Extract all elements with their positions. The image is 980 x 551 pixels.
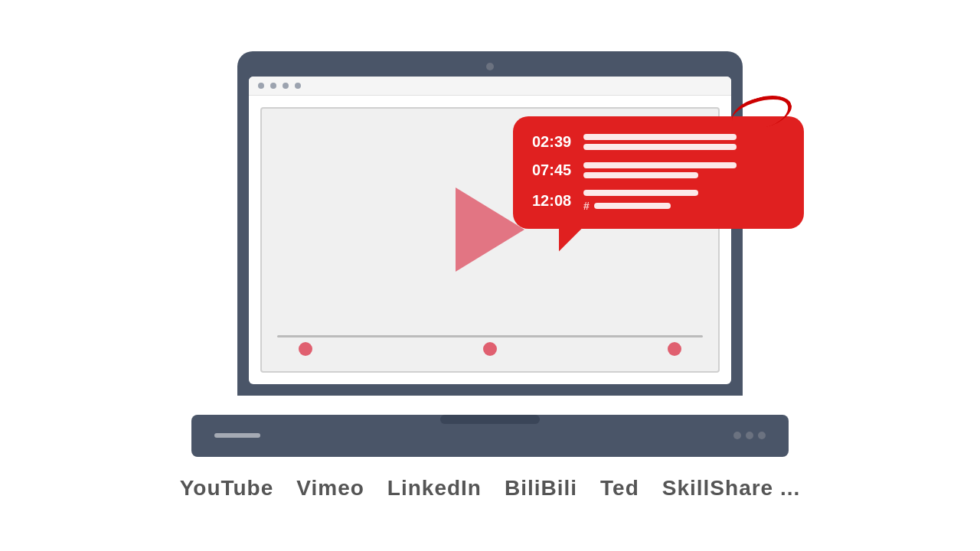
laptop-vent [214,433,260,438]
base-dots [733,432,766,439]
base-dot-2 [746,432,753,439]
laptop-illustration: 02:39 07:45 12:08 [191,51,789,457]
camera-dot [486,63,494,70]
bubble-time-2: 07:45 [532,161,574,179]
bubble-bar-3b [594,203,671,209]
progress-dot-1[interactable] [299,342,312,356]
progress-track [277,335,703,337]
bubble-row-2: 07:45 [532,161,785,179]
platform-vimeo[interactable]: Vimeo [296,476,364,500]
bubble-time-1: 02:39 [532,133,574,151]
browser-dot-1 [258,83,264,89]
speech-bubble: 02:39 07:45 12:08 [513,116,804,229]
browser-dot-3 [283,83,289,89]
bubble-bar-2b [583,172,698,178]
laptop-hinge [440,415,540,424]
base-dot-1 [733,432,741,439]
bubble-bars-2 [583,162,785,178]
progress-dots [277,342,703,356]
platform-ted[interactable]: Ted [600,476,639,500]
platform-youtube[interactable]: YouTube [180,476,274,500]
bubble-bar-1a [583,134,737,140]
bubble-time-3: 12:08 [532,192,574,210]
bubble-bar-2a [583,162,737,168]
bubble-row-3: 12:08 # [532,190,785,212]
platform-skillshare[interactable]: SkillShare ... [662,476,801,500]
main-container: 02:39 07:45 12:08 [0,0,980,551]
bubble-bar-3a [583,190,698,196]
bubble-bar-1b [583,144,737,150]
bubble-bars-3: # [583,190,785,212]
browser-dot-2 [270,83,276,89]
platform-linkedin[interactable]: LinkedIn [387,476,482,500]
browser-dot-4 [295,83,301,89]
base-dot-3 [758,432,766,439]
bubble-row-1: 02:39 [532,133,785,151]
progress-area [277,335,703,356]
progress-dot-2[interactable] [483,342,497,356]
laptop-base [191,415,789,457]
platform-labels: YouTube Vimeo LinkedIn BiliBili Ted Skil… [180,476,801,500]
bubble-hash: # [583,200,590,212]
platform-bilibili[interactable]: BiliBili [505,476,577,500]
bubble-bars-1 [583,134,785,150]
progress-dot-3[interactable] [668,342,681,356]
browser-bar [249,77,731,96]
